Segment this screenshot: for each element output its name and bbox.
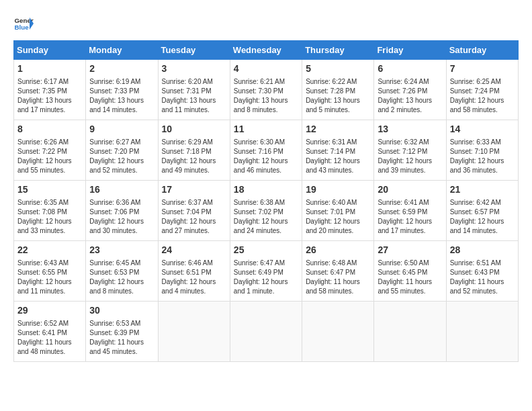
day-number: 21 [450, 183, 515, 197]
calendar-cell: 26Sunrise: 6:48 AM Sunset: 6:47 PM Dayli… [302, 241, 374, 302]
day-number: 14 [450, 123, 515, 136]
calendar-cell: 21Sunrise: 6:42 AM Sunset: 6:57 PM Dayli… [446, 181, 518, 241]
day-number: 28 [450, 244, 515, 257]
calendar: SundayMondayTuesdayWednesdayThursdayFrid… [13, 40, 519, 362]
day-number: 3 [162, 62, 226, 76]
calendar-cell: 20Sunrise: 6:41 AM Sunset: 6:59 PM Dayli… [374, 181, 446, 241]
day-number: 27 [378, 244, 442, 257]
day-number: 9 [89, 123, 154, 136]
day-header-saturday: Saturday [446, 41, 518, 60]
day-info: Sunrise: 6:37 AM Sunset: 7:04 PM Dayligh… [162, 198, 226, 236]
calendar-cell: 2Sunrise: 6:19 AM Sunset: 7:33 PM Daylig… [86, 60, 158, 120]
calendar-cell [158, 302, 230, 362]
calendar-cell [302, 302, 374, 362]
day-header-friday: Friday [374, 41, 446, 60]
calendar-header-row: SundayMondayTuesdayWednesdayThursdayFrid… [14, 41, 519, 60]
day-number: 13 [378, 123, 442, 136]
day-number: 24 [162, 244, 226, 257]
day-number: 10 [162, 123, 226, 136]
calendar-cell: 5Sunrise: 6:22 AM Sunset: 7:28 PM Daylig… [302, 60, 374, 120]
day-info: Sunrise: 6:50 AM Sunset: 6:45 PM Dayligh… [378, 259, 442, 296]
calendar-cell: 11Sunrise: 6:30 AM Sunset: 7:16 PM Dayli… [230, 120, 302, 181]
day-number: 4 [234, 62, 298, 76]
calendar-cell: 22Sunrise: 6:43 AM Sunset: 6:55 PM Dayli… [14, 241, 86, 302]
day-info: Sunrise: 6:53 AM Sunset: 6:39 PM Dayligh… [89, 319, 154, 357]
day-info: Sunrise: 6:40 AM Sunset: 7:01 PM Dayligh… [306, 198, 370, 236]
day-info: Sunrise: 6:19 AM Sunset: 7:33 PM Dayligh… [89, 77, 154, 115]
day-number: 30 [89, 304, 154, 318]
day-info: Sunrise: 6:30 AM Sunset: 7:16 PM Dayligh… [234, 138, 298, 175]
day-info: Sunrise: 6:22 AM Sunset: 7:28 PM Dayligh… [306, 77, 370, 115]
calendar-cell: 15Sunrise: 6:35 AM Sunset: 7:08 PM Dayli… [14, 181, 86, 241]
day-info: Sunrise: 6:26 AM Sunset: 7:22 PM Dayligh… [17, 138, 82, 175]
calendar-cell: 29Sunrise: 6:52 AM Sunset: 6:41 PM Dayli… [14, 302, 86, 362]
day-info: Sunrise: 6:36 AM Sunset: 7:06 PM Dayligh… [89, 198, 154, 236]
calendar-cell: 13Sunrise: 6:32 AM Sunset: 7:12 PM Dayli… [374, 120, 446, 181]
week-row-5: 29Sunrise: 6:52 AM Sunset: 6:41 PM Dayli… [14, 302, 519, 362]
day-number: 29 [17, 304, 82, 318]
day-number: 26 [306, 244, 370, 257]
day-info: Sunrise: 6:33 AM Sunset: 7:10 PM Dayligh… [450, 138, 515, 175]
day-info: Sunrise: 6:46 AM Sunset: 6:51 PM Dayligh… [162, 259, 226, 296]
calendar-cell [446, 302, 518, 362]
day-header-thursday: Thursday [302, 41, 374, 60]
day-number: 2 [89, 62, 154, 76]
calendar-cell: 14Sunrise: 6:33 AM Sunset: 7:10 PM Dayli… [446, 120, 518, 181]
day-info: Sunrise: 6:48 AM Sunset: 6:47 PM Dayligh… [306, 259, 370, 296]
calendar-cell: 12Sunrise: 6:31 AM Sunset: 7:14 PM Dayli… [302, 120, 374, 181]
day-info: Sunrise: 6:31 AM Sunset: 7:14 PM Dayligh… [306, 138, 370, 175]
day-number: 25 [234, 244, 298, 257]
day-info: Sunrise: 6:27 AM Sunset: 7:20 PM Dayligh… [89, 138, 154, 175]
day-info: Sunrise: 6:21 AM Sunset: 7:30 PM Dayligh… [234, 77, 298, 115]
calendar-cell: 23Sunrise: 6:45 AM Sunset: 6:53 PM Dayli… [86, 241, 158, 302]
day-number: 6 [378, 62, 442, 76]
week-row-4: 22Sunrise: 6:43 AM Sunset: 6:55 PM Dayli… [14, 241, 519, 302]
day-info: Sunrise: 6:29 AM Sunset: 7:18 PM Dayligh… [162, 138, 226, 175]
calendar-cell: 24Sunrise: 6:46 AM Sunset: 6:51 PM Dayli… [158, 241, 230, 302]
day-info: Sunrise: 6:51 AM Sunset: 6:43 PM Dayligh… [450, 259, 515, 296]
day-number: 17 [162, 183, 226, 197]
day-info: Sunrise: 6:25 AM Sunset: 7:24 PM Dayligh… [450, 77, 515, 115]
calendar-cell: 27Sunrise: 6:50 AM Sunset: 6:45 PM Dayli… [374, 241, 446, 302]
day-header-wednesday: Wednesday [230, 41, 302, 60]
day-info: Sunrise: 6:17 AM Sunset: 7:35 PM Dayligh… [17, 77, 82, 115]
day-header-sunday: Sunday [14, 41, 86, 60]
day-info: Sunrise: 6:43 AM Sunset: 6:55 PM Dayligh… [17, 259, 82, 296]
day-info: Sunrise: 6:38 AM Sunset: 7:02 PM Dayligh… [234, 198, 298, 236]
day-number: 1 [17, 62, 82, 76]
day-info: Sunrise: 6:47 AM Sunset: 6:49 PM Dayligh… [234, 259, 298, 296]
day-number: 7 [450, 62, 515, 76]
calendar-cell: 30Sunrise: 6:53 AM Sunset: 6:39 PM Dayli… [86, 302, 158, 362]
calendar-cell: 17Sunrise: 6:37 AM Sunset: 7:04 PM Dayli… [158, 181, 230, 241]
week-row-1: 1Sunrise: 6:17 AM Sunset: 7:35 PM Daylig… [14, 60, 519, 120]
calendar-cell: 18Sunrise: 6:38 AM Sunset: 7:02 PM Dayli… [230, 181, 302, 241]
day-header-monday: Monday [86, 41, 158, 60]
day-info: Sunrise: 6:20 AM Sunset: 7:31 PM Dayligh… [162, 77, 226, 115]
day-info: Sunrise: 6:32 AM Sunset: 7:12 PM Dayligh… [378, 138, 442, 175]
day-info: Sunrise: 6:45 AM Sunset: 6:53 PM Dayligh… [89, 259, 154, 296]
day-number: 15 [17, 183, 82, 197]
logo: General Blue [13, 13, 34, 34]
calendar-cell: 25Sunrise: 6:47 AM Sunset: 6:49 PM Dayli… [230, 241, 302, 302]
day-info: Sunrise: 6:24 AM Sunset: 7:26 PM Dayligh… [378, 77, 442, 115]
calendar-cell: 8Sunrise: 6:26 AM Sunset: 7:22 PM Daylig… [14, 120, 86, 181]
day-number: 12 [306, 123, 370, 136]
calendar-cell: 6Sunrise: 6:24 AM Sunset: 7:26 PM Daylig… [374, 60, 446, 120]
day-number: 16 [89, 183, 154, 197]
calendar-cell: 19Sunrise: 6:40 AM Sunset: 7:01 PM Dayli… [302, 181, 374, 241]
calendar-cell: 4Sunrise: 6:21 AM Sunset: 7:30 PM Daylig… [230, 60, 302, 120]
calendar-cell: 9Sunrise: 6:27 AM Sunset: 7:20 PM Daylig… [86, 120, 158, 181]
calendar-cell: 16Sunrise: 6:36 AM Sunset: 7:06 PM Dayli… [86, 181, 158, 241]
day-info: Sunrise: 6:52 AM Sunset: 6:41 PM Dayligh… [17, 319, 82, 357]
svg-text:Blue: Blue [15, 24, 30, 31]
day-number: 11 [234, 123, 298, 136]
calendar-cell: 1Sunrise: 6:17 AM Sunset: 7:35 PM Daylig… [14, 60, 86, 120]
day-number: 20 [378, 183, 442, 197]
day-number: 8 [17, 123, 82, 136]
calendar-cell: 28Sunrise: 6:51 AM Sunset: 6:43 PM Dayli… [446, 241, 518, 302]
day-number: 23 [89, 244, 154, 257]
day-number: 22 [17, 244, 82, 257]
day-info: Sunrise: 6:35 AM Sunset: 7:08 PM Dayligh… [17, 198, 82, 236]
calendar-cell [230, 302, 302, 362]
week-row-3: 15Sunrise: 6:35 AM Sunset: 7:08 PM Dayli… [14, 181, 519, 241]
